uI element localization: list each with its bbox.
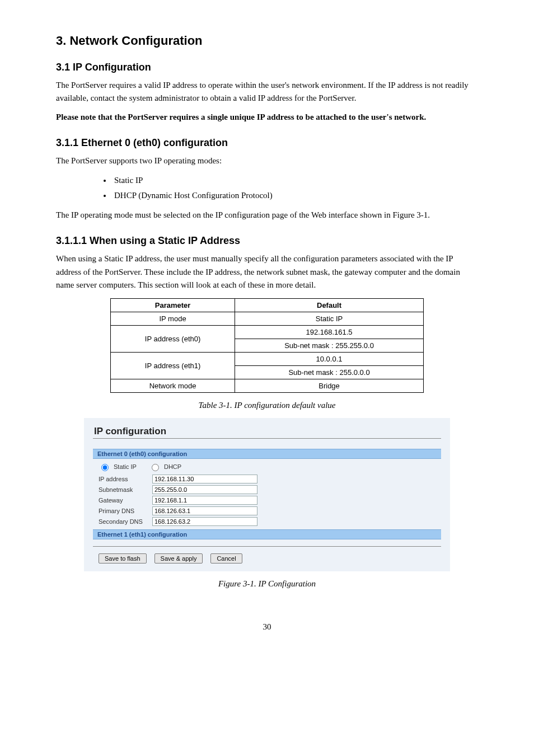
table-hdr-default: Default	[235, 299, 424, 312]
table-cell: Network mode	[111, 379, 235, 393]
table-cell: Sub-net mask : 255.0.0.0	[235, 366, 424, 379]
modes-paragraph: The IP operating mode must be selected o…	[56, 209, 478, 222]
heading-static-ip: 3.1.1.1 When using a Static IP Address	[56, 235, 478, 247]
ip-defaults-table: Parameter Default IP mode Static IP IP a…	[110, 298, 424, 393]
table-hdr-parameter: Parameter	[111, 299, 235, 312]
figure-caption: Figure 3-1. IP Configuration	[56, 579, 478, 589]
note-paragraph: Please note that the PortServer requires…	[56, 111, 478, 124]
label-gateway: Gateway	[99, 497, 149, 504]
table-cell: Sub-net mask : 255.255.0.0	[235, 339, 424, 353]
eth0-band-header: Ethernet 0 (eth0) configuration	[93, 449, 441, 459]
divider	[93, 546, 441, 547]
save-apply-button[interactable]: Save & apply	[154, 553, 203, 564]
bullet-dhcp: DHCP (Dynamic Host Configuration Protoco…	[112, 188, 478, 203]
radio-static-ip[interactable]	[101, 464, 109, 471]
table-cell: IP mode	[111, 312, 235, 326]
table-cell: IP address (eth1)	[111, 353, 235, 379]
table-cell: 192.168.161.5	[235, 326, 424, 339]
radio-dhcp[interactable]	[152, 464, 159, 471]
input-primary-dns[interactable]	[152, 506, 257, 515]
save-to-flash-button[interactable]: Save to flash	[99, 553, 147, 564]
input-subnetmask[interactable]	[152, 485, 257, 494]
label-subnetmask: Subnetmask	[99, 486, 149, 493]
ip-config-screenshot: IP configuration Ethernet 0 (eth0) confi…	[84, 418, 450, 571]
heading-ip-config: 3.1 IP Configuration	[56, 62, 478, 73]
heading-eth0-config: 3.1.1 Ethernet 0 (eth0) configuration	[56, 137, 478, 149]
input-ip-address[interactable]	[152, 475, 257, 483]
label-primary-dns: Primary DNS	[99, 508, 149, 514]
eth1-band-header: Ethernet 1 (eth1) configuration	[93, 529, 441, 539]
ip-modes-list: Static IP DHCP (Dynamic Host Configurati…	[90, 173, 478, 203]
label-secondary-dns: Secondary DNS	[99, 518, 149, 525]
table-cell: IP address (eth0)	[111, 326, 235, 353]
static-ip-paragraph: When using a Static IP address, the user…	[56, 252, 478, 292]
panel-title: IP configuration	[94, 426, 441, 437]
intro-paragraph: The PortServer requires a valid IP addre…	[56, 79, 478, 105]
radio-dhcp-label: DHCP	[164, 463, 181, 470]
divider	[93, 438, 441, 439]
bullet-static-ip: Static IP	[112, 173, 478, 188]
input-gateway[interactable]	[152, 496, 257, 505]
table-cell: Static IP	[235, 312, 424, 326]
radio-static-ip-label: Static IP	[114, 463, 137, 470]
cancel-button[interactable]: Cancel	[210, 553, 242, 564]
input-secondary-dns[interactable]	[152, 517, 257, 526]
page-number: 30	[56, 622, 478, 632]
table-cell: Bridge	[235, 379, 424, 393]
heading-network-config: 3. Network Configuration	[56, 34, 478, 48]
label-ip-address: IP address	[99, 476, 149, 482]
modes-intro: The PortServer supports two IP operating…	[56, 154, 478, 167]
table-cell: 10.0.0.1	[235, 353, 424, 366]
table-caption: Table 3-1. IP configuration default valu…	[56, 401, 478, 410]
